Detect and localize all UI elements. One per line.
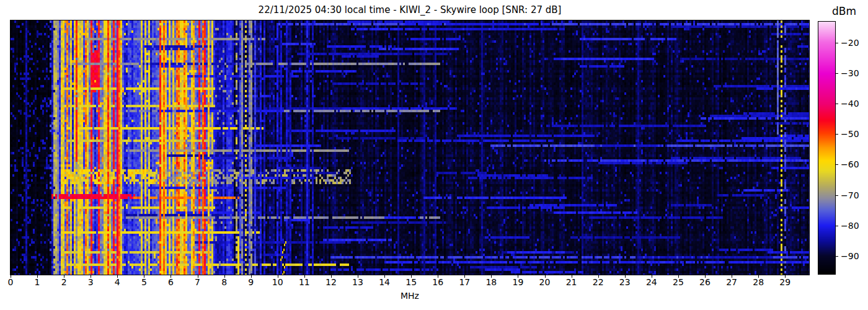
colorbar-tick-mark	[836, 164, 838, 165]
x-tick-label: 26	[694, 277, 715, 287]
x-tick-label: 18	[480, 277, 502, 287]
colorbar-tick-label: −70	[841, 190, 866, 200]
colorbar-tick-mark	[836, 43, 838, 43]
colorbar-tick-label: −80	[841, 221, 866, 231]
colorbar-unit-label: dBm	[832, 5, 856, 17]
x-tick-label: 13	[347, 277, 368, 287]
colorbar-tick-mark	[836, 226, 838, 226]
x-tick-label: 7	[187, 277, 208, 287]
colorbar-tick-mark	[836, 256, 838, 257]
x-tick-label: 19	[507, 277, 528, 287]
x-tick-label: 4	[107, 277, 128, 287]
colorbar-tick-label: −30	[841, 68, 866, 78]
x-tick-label: 1	[27, 277, 48, 287]
colorbar-tick-label: −50	[841, 129, 866, 139]
x-tick-label: 22	[588, 277, 609, 287]
x-tick-label: 9	[241, 277, 262, 287]
x-tick-label: 24	[641, 277, 662, 287]
colorbar-tick-mark	[836, 73, 838, 74]
x-tick-label: 29	[774, 277, 795, 287]
spectrogram-canvas	[10, 20, 810, 275]
x-axis-unit-label: MHz	[11, 291, 809, 301]
x-tick-label: 14	[374, 277, 395, 287]
x-tick-label: 5	[133, 277, 154, 287]
x-tick-label: 12	[321, 277, 342, 287]
colorbar-tick-mark	[836, 134, 838, 135]
colorbar-tick-label: −60	[841, 159, 866, 169]
x-tick-label: 25	[668, 277, 689, 287]
x-tick-label: 11	[294, 277, 315, 287]
x-tick-label: 3	[80, 277, 101, 287]
x-tick-label: 6	[160, 277, 181, 287]
x-tick-label: 10	[267, 277, 288, 287]
colorbar-canvas	[818, 21, 836, 275]
x-tick-label: 23	[614, 277, 636, 287]
x-tick-label: 20	[534, 277, 556, 287]
colorbar-tick-label: −40	[841, 99, 866, 108]
colorbar-tick-label: −20	[841, 38, 866, 48]
colorbar-tick-label: −90	[841, 251, 866, 261]
spectrogram-figure: 22/11/2025 04:30 local time - KIWI_2 - S…	[0, 0, 868, 310]
x-tick-label: 16	[427, 277, 448, 287]
x-tick-label: 8	[214, 277, 235, 287]
x-tick-label: 15	[401, 277, 422, 287]
x-tick-label: 21	[561, 277, 582, 287]
x-tick-label: 28	[748, 277, 769, 287]
x-tick-label: 2	[53, 277, 74, 287]
chart-title: 22/11/2025 04:30 local time - KIWI_2 - S…	[11, 4, 809, 16]
colorbar-tick-mark	[836, 104, 838, 104]
x-tick-label: 27	[721, 277, 742, 287]
x-tick-label: 17	[454, 277, 475, 287]
x-tick-label: 0	[0, 277, 21, 287]
colorbar-tick-mark	[836, 195, 838, 196]
